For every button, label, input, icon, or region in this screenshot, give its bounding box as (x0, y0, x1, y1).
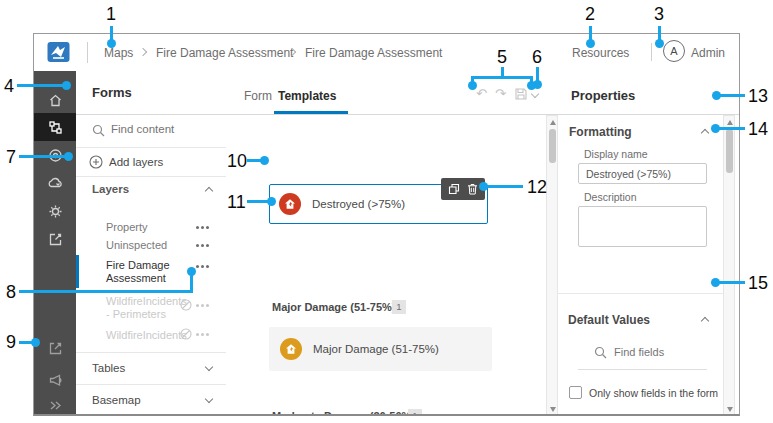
callout-number: 12 (527, 177, 547, 198)
layers-section-header[interactable]: Layers (76, 177, 226, 201)
properties-scrollbar[interactable] (723, 115, 735, 416)
sidebar-item-forms[interactable] (34, 113, 76, 141)
header-divider (651, 43, 652, 61)
collapse-formatting-icon[interactable] (701, 129, 709, 137)
search-icon (92, 124, 105, 137)
layer-overflow-menu-icon[interactable] (201, 226, 204, 229)
basemap-section-header[interactable]: Basemap (76, 385, 226, 415)
search-icon (594, 346, 607, 359)
layer-row-uninspected[interactable]: Uninspected (106, 239, 167, 252)
scroll-up-arrow[interactable] (727, 120, 733, 125)
callout-number: 10 (227, 151, 247, 172)
plus-circle-icon (89, 155, 103, 169)
only-show-fields-checkbox[interactable] (569, 386, 582, 399)
sidebar-item-open-in-new[interactable] (34, 334, 76, 362)
layer-row-wildfire-perimeters[interactable]: WildfireIncidents - Perimeters (106, 295, 178, 321)
formatting-section-title: Formatting (569, 125, 632, 139)
resources-link[interactable]: Resources (572, 46, 629, 60)
collapse-default-values-icon[interactable] (701, 317, 709, 325)
sidebar-item-offline[interactable] (34, 169, 76, 197)
layer-overflow-menu-icon[interactable] (201, 333, 204, 336)
redo-button[interactable]: ↷ (495, 87, 506, 100)
callout-number: 4 (4, 76, 14, 97)
add-layers-button[interactable]: Add layers (76, 148, 226, 176)
user-menu[interactable]: Admin (691, 46, 725, 60)
templates-scrollbar[interactable] (546, 115, 558, 416)
forms-panel: Forms Add layers Layers Property Uni (76, 71, 226, 416)
template-card-actions (441, 178, 485, 200)
expand-icon (205, 395, 213, 403)
breadcrumb-chevron-icon (139, 48, 147, 56)
template-card-major-damage[interactable]: Major Damage (51-75%) (269, 327, 492, 371)
description-textarea[interactable] (578, 206, 707, 247)
find-content-search[interactable] (76, 115, 226, 147)
template-card-label: Destroyed (>75%) (312, 198, 405, 210)
layer-row-fire-damage-assessment[interactable]: Fire Damage Assessment (106, 259, 186, 285)
breadcrumb-form: Fire Damage Assessment (305, 46, 442, 60)
screenshot-stage: Maps Fire Damage Assessment Fire Damage … (0, 0, 773, 423)
undo-button[interactable]: ↶ (476, 87, 487, 100)
display-name-label: Display name (584, 148, 648, 160)
tabbar-border (226, 114, 558, 115)
scroll-down-arrow[interactable] (727, 407, 733, 412)
scroll-up-arrow[interactable] (550, 120, 556, 125)
tables-section-header[interactable]: Tables (76, 353, 226, 383)
major-damage-symbol-icon (280, 338, 302, 360)
delete-template-button[interactable] (467, 183, 478, 195)
layers-section-label: Layers (92, 183, 129, 195)
app-logo-icon[interactable] (47, 41, 70, 63)
breadcrumb-maps[interactable]: Maps (104, 46, 133, 60)
callout-number: 14 (748, 119, 768, 140)
offline-cloud-icon (47, 176, 63, 190)
sidebar-collapse-button[interactable] (34, 391, 76, 416)
find-fields-input[interactable] (614, 346, 704, 358)
template-group-title: Moderate Damage (26-50%) (272, 410, 415, 416)
description-label: Description (584, 191, 637, 203)
scrollbar-thumb[interactable] (549, 129, 556, 163)
layer-label: Fire Damage Assessment (106, 259, 170, 284)
divider (578, 369, 707, 370)
add-layers-label: Add layers (109, 156, 163, 168)
sidebar-item-settings[interactable] (34, 197, 76, 225)
duplicate-template-button[interactable] (448, 183, 460, 195)
template-count-badge: 1 (408, 409, 422, 416)
gear-icon (48, 204, 63, 219)
layer-overflow-menu-icon[interactable] (201, 244, 204, 247)
expand-icon (205, 363, 213, 371)
default-values-section-title: Default Values (568, 313, 650, 327)
tab-form[interactable]: Form (244, 89, 272, 103)
not-allowed-icon (180, 328, 192, 340)
callout-number: 1 (106, 4, 116, 25)
damage-field-label: Damage (578, 414, 618, 416)
scroll-down-arrow[interactable] (550, 407, 556, 412)
avatar[interactable]: A (663, 40, 685, 62)
sidebar-item-home[interactable] (34, 86, 76, 114)
scrollbar-thumb[interactable] (726, 129, 733, 173)
not-allowed-icon (180, 299, 192, 311)
properties-panel-title: Properties (571, 88, 635, 103)
layer-label: WildfireIncidents (106, 329, 187, 341)
forms-icon (48, 120, 63, 135)
breadcrumb-map[interactable]: Fire Damage Assessment (156, 46, 293, 60)
layer-row-property[interactable]: Property (106, 221, 148, 234)
divider (558, 114, 740, 115)
layer-overflow-menu-icon[interactable] (201, 265, 204, 268)
forms-panel-title: Forms (92, 85, 132, 100)
layer-row-wildfire-incidents[interactable]: WildfireIncidents (106, 329, 187, 342)
search-input[interactable] (111, 123, 216, 135)
sidebar-item-feedback[interactable] (34, 366, 76, 394)
tab-templates[interactable]: Templates (278, 89, 336, 103)
main-area: Form Templates ↶ ↷ Destroyed (>75%) 1 De… (226, 71, 558, 416)
callout-number: 3 (654, 4, 664, 25)
basemap-section-label: Basemap (92, 394, 141, 406)
callout-number: 2 (585, 4, 595, 25)
layer-overflow-menu-icon[interactable] (201, 304, 204, 307)
save-icon[interactable] (515, 88, 527, 100)
save-menu-chevron-icon[interactable] (531, 90, 539, 98)
template-count-badge: 1 (392, 300, 406, 314)
callout-number: 9 (6, 332, 16, 353)
callout-number: 6 (532, 47, 542, 68)
sidebar-item-share[interactable] (34, 225, 76, 253)
display-name-input[interactable] (578, 163, 707, 184)
megaphone-icon (48, 373, 63, 387)
